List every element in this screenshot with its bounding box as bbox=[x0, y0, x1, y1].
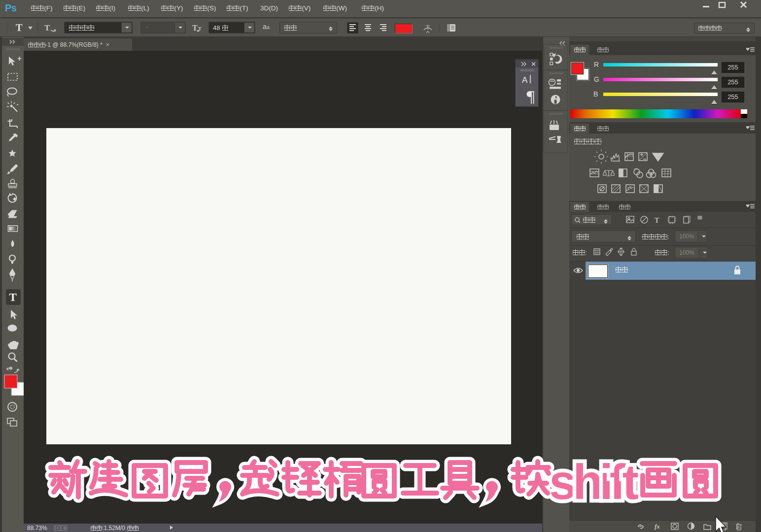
svg-text:shift: shift bbox=[549, 454, 639, 509]
